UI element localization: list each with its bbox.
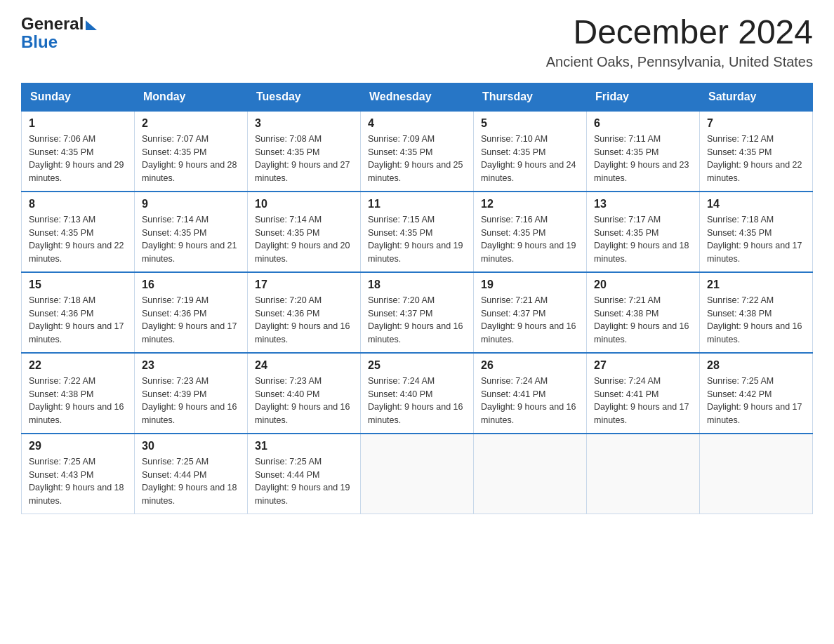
day-info: Sunrise: 7:21 AMSunset: 4:38 PMDaylight:… xyxy=(594,294,692,347)
weekday-header-row: SundayMondayTuesdayWednesdayThursdayFrid… xyxy=(22,83,813,111)
day-number: 24 xyxy=(255,359,353,372)
day-number: 3 xyxy=(255,117,353,130)
day-info: Sunrise: 7:20 AMSunset: 4:37 PMDaylight:… xyxy=(368,294,466,347)
day-number: 13 xyxy=(594,198,692,210)
day-number: 5 xyxy=(481,117,579,130)
weekday-header-saturday: Saturday xyxy=(700,83,813,111)
day-number: 25 xyxy=(368,359,466,372)
day-info: Sunrise: 7:06 AMSunset: 4:35 PMDaylight:… xyxy=(29,133,127,185)
day-number: 14 xyxy=(707,198,805,210)
day-info: Sunrise: 7:25 AMSunset: 4:44 PMDaylight:… xyxy=(255,455,353,508)
day-info: Sunrise: 7:23 AMSunset: 4:40 PMDaylight:… xyxy=(255,375,353,427)
weekday-header-monday: Monday xyxy=(135,83,248,111)
day-info: Sunrise: 7:19 AMSunset: 4:36 PMDaylight:… xyxy=(142,294,240,347)
week-row-4: 22Sunrise: 7:22 AMSunset: 4:38 PMDayligh… xyxy=(22,353,813,434)
day-number: 28 xyxy=(707,359,805,372)
day-info: Sunrise: 7:09 AMSunset: 4:35 PMDaylight:… xyxy=(368,133,466,185)
day-number: 18 xyxy=(368,279,466,291)
page-subtitle: Ancient Oaks, Pennsylvania, United State… xyxy=(546,54,813,70)
day-number: 23 xyxy=(142,359,240,372)
day-info: Sunrise: 7:18 AMSunset: 4:36 PMDaylight:… xyxy=(29,294,127,347)
day-info: Sunrise: 7:07 AMSunset: 4:35 PMDaylight:… xyxy=(142,133,240,185)
day-info: Sunrise: 7:25 AMSunset: 4:44 PMDaylight:… xyxy=(142,455,240,508)
day-info: Sunrise: 7:16 AMSunset: 4:35 PMDaylight:… xyxy=(481,213,579,266)
weekday-header-sunday: Sunday xyxy=(22,83,135,111)
week-row-2: 8Sunrise: 7:13 AMSunset: 4:35 PMDaylight… xyxy=(22,192,813,272)
day-number: 9 xyxy=(142,198,240,210)
day-number: 7 xyxy=(707,117,805,130)
weekday-header-tuesday: Tuesday xyxy=(248,83,361,111)
logo-general-text: General xyxy=(21,14,84,34)
day-number: 20 xyxy=(594,279,692,291)
day-number: 12 xyxy=(481,198,579,210)
day-number: 1 xyxy=(29,117,127,130)
page-header: General Blue December 2024 Ancient Oaks,… xyxy=(21,14,813,70)
day-number: 4 xyxy=(368,117,466,130)
logo: General Blue xyxy=(21,14,97,52)
calendar-cell: 12Sunrise: 7:16 AMSunset: 4:35 PMDayligh… xyxy=(474,192,587,272)
day-info: Sunrise: 7:10 AMSunset: 4:35 PMDaylight:… xyxy=(481,133,579,185)
day-info: Sunrise: 7:24 AMSunset: 4:41 PMDaylight:… xyxy=(481,375,579,427)
day-info: Sunrise: 7:08 AMSunset: 4:35 PMDaylight:… xyxy=(255,133,353,185)
calendar-cell: 5Sunrise: 7:10 AMSunset: 4:35 PMDaylight… xyxy=(474,111,587,192)
calendar-cell: 8Sunrise: 7:13 AMSunset: 4:35 PMDaylight… xyxy=(22,192,135,272)
page-title: December 2024 xyxy=(546,14,813,51)
calendar-cell: 13Sunrise: 7:17 AMSunset: 4:35 PMDayligh… xyxy=(587,192,700,272)
day-info: Sunrise: 7:11 AMSunset: 4:35 PMDaylight:… xyxy=(594,133,692,185)
calendar-cell: 20Sunrise: 7:21 AMSunset: 4:38 PMDayligh… xyxy=(587,272,700,353)
day-info: Sunrise: 7:14 AMSunset: 4:35 PMDaylight:… xyxy=(142,213,240,266)
day-info: Sunrise: 7:17 AMSunset: 4:35 PMDaylight:… xyxy=(594,213,692,266)
calendar-cell: 17Sunrise: 7:20 AMSunset: 4:36 PMDayligh… xyxy=(248,272,361,353)
day-number: 10 xyxy=(255,198,353,210)
day-number: 29 xyxy=(29,440,127,452)
day-number: 17 xyxy=(255,279,353,291)
week-row-5: 29Sunrise: 7:25 AMSunset: 4:43 PMDayligh… xyxy=(22,434,813,514)
day-number: 2 xyxy=(142,117,240,130)
day-info: Sunrise: 7:21 AMSunset: 4:37 PMDaylight:… xyxy=(481,294,579,347)
calendar-cell: 24Sunrise: 7:23 AMSunset: 4:40 PMDayligh… xyxy=(248,353,361,434)
calendar-cell: 7Sunrise: 7:12 AMSunset: 4:35 PMDaylight… xyxy=(700,111,813,192)
day-number: 19 xyxy=(481,279,579,291)
day-number: 16 xyxy=(142,279,240,291)
calendar-cell xyxy=(474,434,587,514)
weekday-header-friday: Friday xyxy=(587,83,700,111)
calendar-cell: 1Sunrise: 7:06 AMSunset: 4:35 PMDaylight… xyxy=(22,111,135,192)
calendar-cell: 19Sunrise: 7:21 AMSunset: 4:37 PMDayligh… xyxy=(474,272,587,353)
calendar-cell xyxy=(587,434,700,514)
day-number: 11 xyxy=(368,198,466,210)
title-block: December 2024 Ancient Oaks, Pennsylvania… xyxy=(546,14,813,70)
week-row-1: 1Sunrise: 7:06 AMSunset: 4:35 PMDaylight… xyxy=(22,111,813,192)
day-info: Sunrise: 7:22 AMSunset: 4:38 PMDaylight:… xyxy=(29,375,127,427)
week-row-3: 15Sunrise: 7:18 AMSunset: 4:36 PMDayligh… xyxy=(22,272,813,353)
logo-blue-text: Blue xyxy=(21,32,58,52)
day-number: 22 xyxy=(29,359,127,372)
calendar-cell: 3Sunrise: 7:08 AMSunset: 4:35 PMDaylight… xyxy=(248,111,361,192)
calendar-cell: 26Sunrise: 7:24 AMSunset: 4:41 PMDayligh… xyxy=(474,353,587,434)
calendar-cell: 22Sunrise: 7:22 AMSunset: 4:38 PMDayligh… xyxy=(22,353,135,434)
day-number: 6 xyxy=(594,117,692,130)
day-info: Sunrise: 7:24 AMSunset: 4:40 PMDaylight:… xyxy=(368,375,466,427)
day-info: Sunrise: 7:25 AMSunset: 4:43 PMDaylight:… xyxy=(29,455,127,508)
day-info: Sunrise: 7:25 AMSunset: 4:42 PMDaylight:… xyxy=(707,375,805,427)
calendar-cell: 10Sunrise: 7:14 AMSunset: 4:35 PMDayligh… xyxy=(248,192,361,272)
calendar-cell: 27Sunrise: 7:24 AMSunset: 4:41 PMDayligh… xyxy=(587,353,700,434)
calendar-cell: 18Sunrise: 7:20 AMSunset: 4:37 PMDayligh… xyxy=(361,272,474,353)
day-info: Sunrise: 7:12 AMSunset: 4:35 PMDaylight:… xyxy=(707,133,805,185)
day-info: Sunrise: 7:15 AMSunset: 4:35 PMDaylight:… xyxy=(368,213,466,266)
day-number: 8 xyxy=(29,198,127,210)
calendar-cell: 21Sunrise: 7:22 AMSunset: 4:38 PMDayligh… xyxy=(700,272,813,353)
weekday-header-wednesday: Wednesday xyxy=(361,83,474,111)
calendar-table: SundayMondayTuesdayWednesdayThursdayFrid… xyxy=(21,83,813,514)
day-info: Sunrise: 7:18 AMSunset: 4:35 PMDaylight:… xyxy=(707,213,805,266)
day-info: Sunrise: 7:22 AMSunset: 4:38 PMDaylight:… xyxy=(707,294,805,347)
day-number: 21 xyxy=(707,279,805,291)
calendar-cell: 31Sunrise: 7:25 AMSunset: 4:44 PMDayligh… xyxy=(248,434,361,514)
calendar-cell: 29Sunrise: 7:25 AMSunset: 4:43 PMDayligh… xyxy=(22,434,135,514)
calendar-cell: 2Sunrise: 7:07 AMSunset: 4:35 PMDaylight… xyxy=(135,111,248,192)
calendar-cell: 6Sunrise: 7:11 AMSunset: 4:35 PMDaylight… xyxy=(587,111,700,192)
calendar-cell xyxy=(700,434,813,514)
calendar-cell: 28Sunrise: 7:25 AMSunset: 4:42 PMDayligh… xyxy=(700,353,813,434)
calendar-cell xyxy=(361,434,474,514)
day-number: 27 xyxy=(594,359,692,372)
day-info: Sunrise: 7:23 AMSunset: 4:39 PMDaylight:… xyxy=(142,375,240,427)
